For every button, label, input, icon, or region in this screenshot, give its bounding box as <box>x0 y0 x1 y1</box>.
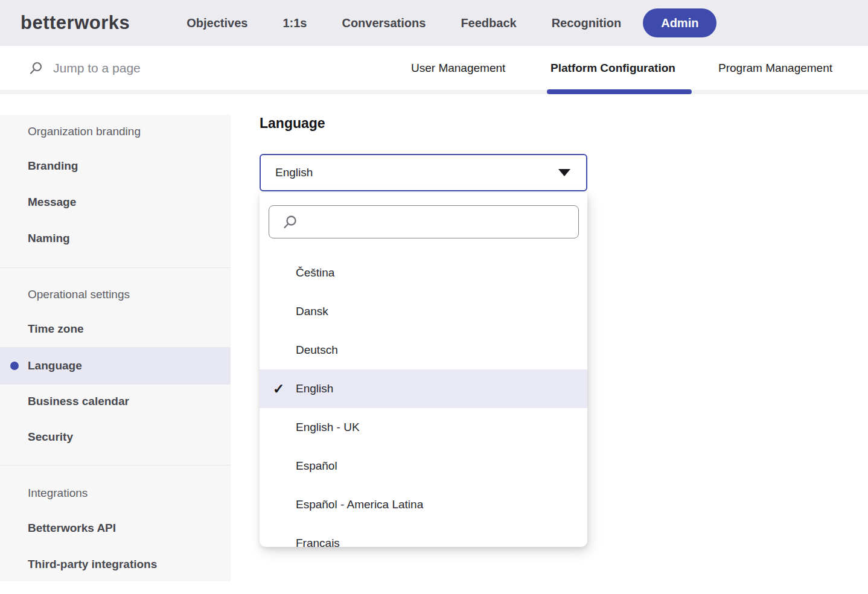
language-dropdown: Čeština Dansk Deutsch ✓ English English … <box>260 193 587 547</box>
option-label: Deutsch <box>296 343 338 357</box>
sidebar-item-label: Betterworks API <box>28 522 116 535</box>
page-search <box>28 46 307 90</box>
sidebar-item-security[interactable]: Security <box>0 424 231 450</box>
option-label: Español - America Latina <box>296 498 423 511</box>
language-select-value: English <box>275 166 313 179</box>
search-icon <box>28 61 43 75</box>
option-label: Español <box>296 459 337 473</box>
top-navigation-bar: betterworks Objectives 1:1s Conversation… <box>0 0 868 46</box>
option-dansk[interactable]: Dansk <box>260 292 587 331</box>
jump-to-page-input[interactable] <box>53 61 307 75</box>
sidebar-divider <box>0 465 231 465</box>
primary-nav: Objectives 1:1s Conversations Feedback R… <box>187 16 621 30</box>
language-options-list: Čeština Dansk Deutsch ✓ English English … <box>260 254 587 547</box>
active-tab-indicator <box>547 89 692 94</box>
nav-recognition[interactable]: Recognition <box>552 16 622 30</box>
page-title: Language <box>260 115 325 132</box>
sidebar-item-message[interactable]: Message <box>0 189 231 216</box>
check-icon: ✓ <box>273 381 284 397</box>
sidebar-item-third-party-integrations[interactable]: Third-party integrations <box>0 551 231 578</box>
nav-feedback[interactable]: Feedback <box>461 16 516 30</box>
option-label: Dansk <box>296 305 328 318</box>
option-deutsch[interactable]: Deutsch <box>260 331 587 369</box>
sidebar-item-language[interactable]: Language <box>0 347 231 385</box>
dropdown-search-input[interactable] <box>306 216 578 229</box>
sidebar-item-label: Business calendar <box>28 395 129 408</box>
option-label: Français <box>296 537 340 547</box>
option-label: English - UK <box>296 421 360 434</box>
sidebar-item-label: Third-party integrations <box>28 558 157 571</box>
sidebar-item-label: Message <box>28 196 76 209</box>
sidebar-item-time-zone[interactable]: Time zone <box>0 316 231 342</box>
option-english[interactable]: ✓ English <box>260 369 587 408</box>
nav-one-on-ones[interactable]: 1:1s <box>282 16 307 30</box>
language-select[interactable]: English <box>260 154 587 191</box>
option-label: English <box>296 382 333 395</box>
sidebar-item-label: Security <box>28 430 73 444</box>
tab-platform-configuration[interactable]: Platform Configuration <box>550 46 675 90</box>
tab-user-management[interactable]: User Management <box>411 46 505 90</box>
nav-conversations[interactable]: Conversations <box>342 16 426 30</box>
sidebar-item-label: Branding <box>28 159 78 173</box>
selected-bullet-icon <box>10 362 19 370</box>
dropdown-search[interactable] <box>269 205 579 238</box>
option-espanol-america-latina[interactable]: Español - America Latina <box>260 485 587 524</box>
sidebar-section-operational-settings: Operational settings <box>0 281 231 308</box>
sidebar-item-label: Naming <box>28 232 70 245</box>
sidebar-section-integrations: Integrations <box>0 480 231 506</box>
sidebar-item-label: Time zone <box>28 322 84 336</box>
tab-track <box>0 90 868 94</box>
option-francais[interactable]: Français <box>260 524 587 547</box>
option-espanol[interactable]: Español <box>260 447 587 485</box>
sidebar-item-label: Language <box>28 359 82 372</box>
sidebar-item-naming[interactable]: Naming <box>0 225 231 252</box>
nav-objectives[interactable]: Objectives <box>187 16 247 30</box>
sidebar-item-business-calendar[interactable]: Business calendar <box>0 388 231 415</box>
betterworks-logo[interactable]: betterworks <box>21 12 130 34</box>
option-english-uk[interactable]: English - UK <box>260 408 587 447</box>
admin-button[interactable]: Admin <box>643 8 716 37</box>
sidebar-item-betterworks-api[interactable]: Betterworks API <box>0 515 231 541</box>
admin-subheader: User Management Platform Configuration P… <box>0 46 868 90</box>
search-icon <box>282 214 298 230</box>
tab-program-management[interactable]: Program Management <box>718 46 832 90</box>
sidebar-item-branding[interactable]: Branding <box>0 153 231 179</box>
option-cestina[interactable]: Čeština <box>260 254 587 292</box>
sidebar-divider <box>0 267 231 268</box>
option-label: Čeština <box>296 266 334 279</box>
caret-down-icon <box>558 169 570 176</box>
settings-sidebar: Organization branding Branding Message N… <box>0 115 231 581</box>
sidebar-section-organization-branding: Organization branding <box>0 118 231 145</box>
